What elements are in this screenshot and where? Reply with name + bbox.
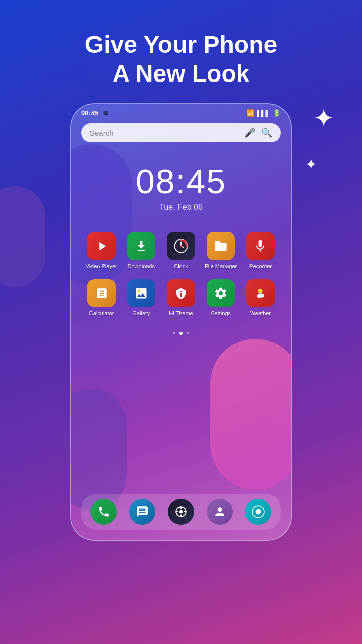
sparkle-large-icon: ✦ [313, 106, 334, 131]
file-manager-icon [207, 232, 235, 260]
phone-blob-bottomleft [71, 389, 127, 510]
dock-messages[interactable] [129, 499, 155, 525]
app-gallery[interactable]: Gallery [123, 279, 159, 316]
phone-frame: 08:45 ✉ 📶 ▌▌▌ 🔋 Search 🎤 🔍 08:4 [70, 103, 292, 541]
dock-ai[interactable] [168, 499, 194, 525]
app-recorder[interactable]: Recorder [242, 232, 279, 269]
dock-browser[interactable] [245, 499, 272, 525]
video-player-icon [87, 232, 116, 260]
weather-icon [246, 279, 275, 307]
battery-icon: 🔋 [273, 109, 281, 117]
phone-blob-bottomright [210, 339, 291, 490]
status-bar: 08:45 ✉ 📶 ▌▌▌ 🔋 [71, 104, 291, 119]
settings-icon [207, 279, 235, 307]
app-hitheme[interactable]: Hi Theme [163, 279, 199, 316]
search-icon[interactable]: 🔍 [261, 127, 273, 138]
status-time: 08:45 [81, 109, 98, 117]
app-label-clock: Clock [174, 263, 188, 269]
app-label-video: Video Player [86, 263, 117, 269]
app-label-downloads: Downloads [128, 263, 155, 269]
svg-point-10 [179, 510, 183, 514]
phone-mockup: 08:45 ✉ 📶 ▌▌▌ 🔋 Search 🎤 🔍 08:4 [70, 103, 292, 541]
page-indicator [71, 332, 291, 335]
app-label-filemanager: File Manager [205, 263, 237, 269]
downloads-icon [127, 232, 155, 260]
app-label-hitheme: Hi Theme [169, 310, 193, 316]
gallery-icon [127, 279, 155, 307]
svg-point-5 [138, 290, 140, 292]
status-icons: 📶 ▌▌▌ 🔋 [246, 109, 281, 117]
wifi-icon: 📶 [246, 109, 254, 117]
microphone-icon[interactable]: 🎤 [244, 127, 255, 138]
app-file-manager[interactable]: File Manager [203, 232, 239, 269]
app-label-settings: Settings [211, 310, 231, 316]
mail-icon: ✉ [103, 110, 108, 117]
app-grid: Video Player Downloads [71, 232, 291, 327]
svg-point-4 [180, 245, 182, 247]
app-downloads[interactable]: Downloads [123, 232, 159, 269]
app-row-1: Video Player Downloads [81, 232, 281, 269]
hitheme-icon [167, 279, 195, 307]
app-label-weather: Weather [250, 310, 271, 316]
calculator-icon [87, 279, 116, 307]
decoration-blob-left [0, 186, 45, 287]
clock-app-icon [167, 232, 195, 260]
dot-active [179, 332, 183, 335]
header-title: Give Your Phone A New Look [85, 30, 277, 88]
app-weather[interactable]: Weather [242, 279, 279, 316]
app-label-calculator: Calculator [89, 310, 114, 316]
app-label-recorder: Recorder [249, 263, 272, 269]
search-placeholder: Search [89, 129, 244, 137]
clock-date: Tue, Feb 06 [71, 203, 291, 212]
clock-widget: 08:45 Tue, Feb 06 [71, 162, 291, 212]
sparkle-small-icon: ✦ [305, 156, 317, 173]
recorder-icon [246, 232, 275, 260]
app-clock[interactable]: Clock [163, 232, 199, 269]
dock-contacts[interactable] [207, 499, 233, 525]
svg-point-8 [257, 295, 261, 298]
dock-phone[interactable] [90, 499, 117, 525]
svg-point-16 [256, 509, 261, 515]
dock [81, 494, 281, 530]
signal-icon: ▌▌▌ [257, 110, 270, 117]
search-bar[interactable]: Search 🎤 🔍 [81, 123, 281, 142]
svg-marker-0 [99, 242, 106, 250]
clock-time: 08:45 [71, 162, 291, 201]
app-row-2: Calculator Gallery Hi Theme [81, 279, 281, 316]
app-settings[interactable]: Settings [203, 279, 239, 316]
dot-next [187, 332, 189, 334]
search-action-icons: 🎤 🔍 [244, 127, 273, 138]
app-calculator[interactable]: Calculator [83, 279, 120, 316]
dot-search [173, 332, 175, 334]
app-label-gallery: Gallery [132, 310, 150, 316]
svg-point-6 [258, 289, 263, 293]
phone-screen: 08:45 ✉ 📶 ▌▌▌ 🔋 Search 🎤 🔍 08:4 [71, 104, 291, 540]
app-video-player[interactable]: Video Player [83, 232, 120, 269]
